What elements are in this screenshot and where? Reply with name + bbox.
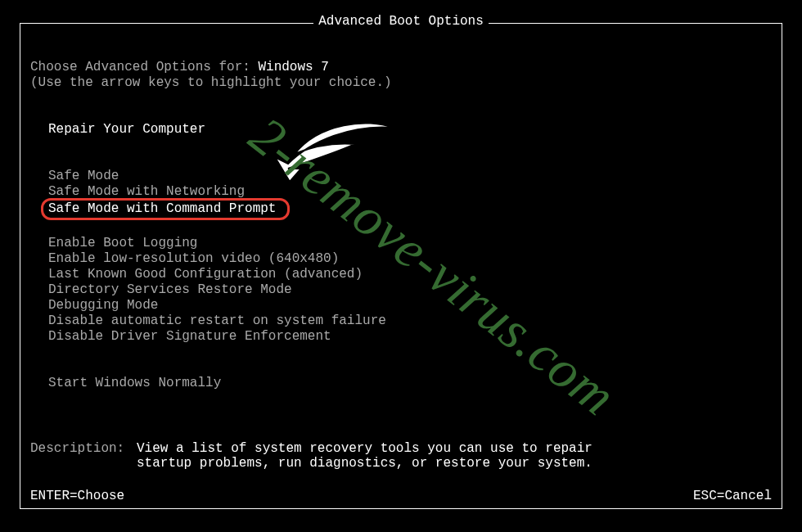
menu-item-debugging-mode[interactable]: Debugging Mode <box>48 298 158 313</box>
menu-item-enable-boot-logging[interactable]: Enable Boot Logging <box>48 236 197 251</box>
choose-os-line: Choose Advanced Options for: Windows 7 <box>30 60 772 75</box>
status-enter: ENTER=Choose <box>30 489 124 503</box>
description-label: Description: <box>30 441 137 471</box>
status-bar: ENTER=Choose ESC=Cancel <box>30 489 772 503</box>
status-esc: ESC=Cancel <box>693 489 772 503</box>
description-text: View a list of system recovery tools you… <box>137 441 595 471</box>
choose-label: Choose Advanced Options for: <box>30 60 250 74</box>
menu-item-repair-your-computer[interactable]: Repair Your Computer <box>48 122 205 138</box>
menu-item-directory-services-restore[interactable]: Directory Services Restore Mode <box>48 282 292 298</box>
description-block: Description: View a list of system recov… <box>30 441 595 471</box>
boot-menu: Repair Your Computer Safe Mode Safe Mode… <box>48 122 772 391</box>
menu-item-start-normally[interactable]: Start Windows Normally <box>48 376 221 391</box>
page-title: Advanced Boot Options <box>313 14 489 29</box>
menu-item-safe-mode[interactable]: Safe Mode <box>48 169 119 184</box>
menu-item-last-known-good[interactable]: Last Known Good Configuration (advanced) <box>48 267 363 282</box>
menu-item-safe-mode-command-prompt[interactable]: Safe Mode with Command Prompt <box>41 198 290 220</box>
boot-options-frame: Advanced Boot Options Choose Advanced Op… <box>20 23 782 509</box>
title-bar: Advanced Boot Options <box>20 14 782 29</box>
os-name: Windows 7 <box>258 60 328 74</box>
menu-item-disable-auto-restart[interactable]: Disable automatic restart on system fail… <box>48 313 386 329</box>
menu-item-disable-driver-sig[interactable]: Disable Driver Signature Enforcement <box>48 329 331 345</box>
hint-line: (Use the arrow keys to highlight your ch… <box>30 75 772 91</box>
menu-item-low-res-video[interactable]: Enable low-resolution video (640x480) <box>48 251 339 267</box>
